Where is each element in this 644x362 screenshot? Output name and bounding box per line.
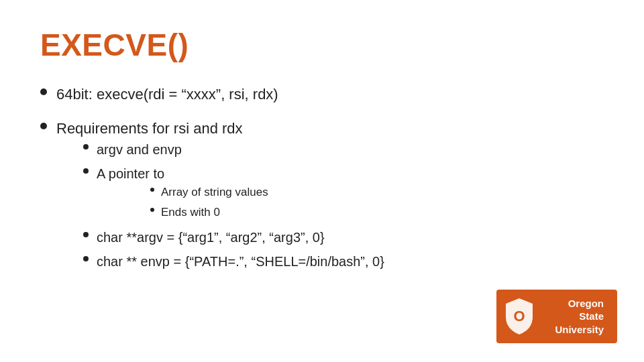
bullet-text: Ends with 0 bbox=[161, 204, 220, 221]
svg-text:O: O bbox=[513, 308, 525, 324]
list-item: char **argv = {“arg1”, “arg2”, “arg3”, 0… bbox=[83, 227, 384, 247]
bullet-text: char **argv = {“arg1”, “arg2”, “arg3”, 0… bbox=[97, 227, 325, 247]
bullet-group: A pointer to Array of string values Ends… bbox=[97, 164, 268, 223]
bullet-dot bbox=[150, 188, 154, 192]
bullet-dot bbox=[83, 232, 89, 237]
bullet-text: argv and envp bbox=[97, 139, 182, 160]
list-item: A pointer to Array of string values Ends… bbox=[83, 164, 384, 223]
osu-logo: O Oregon State University bbox=[496, 290, 617, 343]
bullet-dot bbox=[83, 168, 89, 174]
bullet-dot bbox=[40, 123, 47, 129]
osu-logo-text: Oregon State University bbox=[541, 297, 604, 337]
slide-content: 64bit: execve(rdi = “xxxx”, rsi, rdx) Re… bbox=[40, 83, 604, 276]
slide: EXECVE() 64bit: execve(rdi = “xxxx”, rsi… bbox=[0, 0, 644, 362]
bullet-dot bbox=[40, 88, 47, 95]
list-item: 64bit: execve(rdi = “xxxx”, rsi, rdx) bbox=[40, 83, 604, 105]
bullet-dot bbox=[83, 256, 89, 261]
list-item: Array of string values bbox=[150, 184, 268, 201]
bullet-dot bbox=[150, 208, 154, 212]
bullet-group: Requirements for rsi and rdx argv and en… bbox=[56, 117, 384, 276]
slide-title: EXECVE() bbox=[40, 27, 604, 63]
list-item: char ** envp = {“PATH=.”, “SHELL=/bin/ba… bbox=[83, 251, 384, 272]
list-item: Ends with 0 bbox=[150, 204, 268, 221]
list-item: argv and envp bbox=[83, 139, 384, 160]
osu-logo-line1: Oregon State bbox=[541, 297, 604, 323]
bullet-dot bbox=[83, 144, 89, 149]
bullet-text: A pointer to bbox=[97, 164, 268, 184]
osu-logo-line2: University bbox=[541, 323, 604, 337]
osu-shield-icon: O bbox=[502, 293, 537, 340]
list-item: Requirements for rsi and rdx argv and en… bbox=[40, 117, 604, 276]
bullet-text: char ** envp = {“PATH=.”, “SHELL=/bin/ba… bbox=[97, 251, 384, 272]
bullet-text: 64bit: execve(rdi = “xxxx”, rsi, rdx) bbox=[56, 83, 278, 105]
bullet-text: Requirements for rsi and rdx bbox=[56, 117, 384, 139]
osu-logo-inner: O Oregon State University bbox=[496, 290, 609, 343]
bullet-text: Array of string values bbox=[161, 184, 268, 201]
